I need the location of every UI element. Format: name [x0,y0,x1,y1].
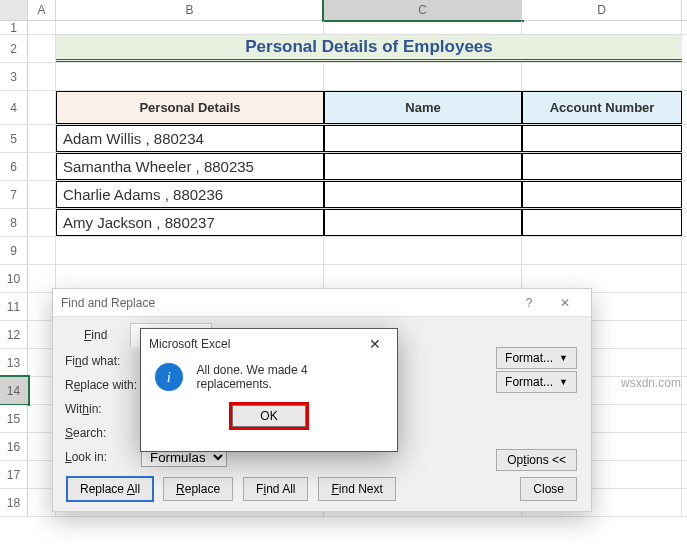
row-header[interactable]: 17 [0,461,28,488]
cell[interactable] [56,63,324,90]
dialog-titlebar[interactable]: Find and Replace ? ✕ [53,289,591,317]
cell[interactable] [28,153,56,180]
page-title[interactable]: Personal Details of Employees [56,35,682,62]
ok-button[interactable]: OK [232,405,306,427]
row-header[interactable]: 12 [0,321,28,348]
help-icon[interactable]: ? [511,296,547,310]
table-row[interactable]: Amy Jackson , 880237 [56,209,324,236]
format-button[interactable]: Format...▼ [496,371,577,393]
row-header[interactable]: 5 [0,125,28,152]
within-label: Within: [65,402,141,416]
alert-title: Microsoft Excel [149,337,230,351]
info-icon: i [155,363,183,391]
row-header[interactable]: 4 [0,91,28,124]
row-header[interactable]: 11 [0,293,28,320]
table-row[interactable]: Samantha Wheeler , 880235 [56,153,324,180]
cell[interactable] [324,63,522,90]
cell[interactable] [324,209,522,236]
row-header[interactable]: 8 [0,209,28,236]
cell[interactable] [56,21,324,34]
cell[interactable] [28,181,56,208]
close-icon[interactable]: ✕ [547,296,583,310]
row-header[interactable]: 2 [0,35,28,62]
cell[interactable] [324,237,522,264]
lookin-label: Look in: [65,450,141,464]
options-button[interactable]: Options << [496,449,577,471]
table-row[interactable]: Charlie Adams , 880236 [56,181,324,208]
dialog-title: Find and Replace [61,296,155,310]
cell[interactable] [522,237,682,264]
replace-all-button[interactable]: Replace All [67,477,153,501]
alert-message: All done. We made 4 replacements. [197,363,384,391]
replace-button[interactable]: Replace [163,477,233,501]
table-row[interactable]: Adam Willis , 880234 [56,125,324,152]
row-header[interactable]: 1 [0,21,28,34]
format-button[interactable]: Format...▼ [496,347,577,369]
find-what-label: Find what: [65,354,141,368]
alert-dialog: Microsoft Excel ✕ i All done. We made 4 … [140,328,398,452]
cell[interactable] [522,63,682,90]
select-all-corner[interactable] [0,0,28,20]
cell[interactable] [28,63,56,90]
table-header-name[interactable]: Name [324,91,522,124]
cell[interactable] [56,237,324,264]
cell[interactable] [28,125,56,152]
row-header[interactable]: 6 [0,153,28,180]
cell[interactable] [324,125,522,152]
chevron-down-icon: ▼ [559,353,568,363]
col-header-d[interactable]: D [522,0,682,20]
chevron-down-icon: ▼ [559,377,568,387]
cell[interactable] [28,35,56,62]
cell[interactable] [324,21,522,34]
col-header-a[interactable]: A [28,0,56,20]
cell[interactable] [522,125,682,152]
cell[interactable] [324,181,522,208]
row-header[interactable]: 3 [0,63,28,90]
alert-titlebar[interactable]: Microsoft Excel ✕ [141,329,397,359]
tab-find[interactable]: FFindind [65,323,126,347]
row-header[interactable]: 7 [0,181,28,208]
col-header-b[interactable]: B [56,0,324,20]
cell[interactable] [522,181,682,208]
row-header[interactable]: 18 [0,489,28,516]
table-header-personal[interactable]: Personal Details [56,91,324,124]
cell[interactable] [522,21,682,34]
row-header[interactable]: 14 [0,377,28,404]
column-headers: A B C D [0,0,687,21]
watermark: wsxdn.com [621,376,681,390]
find-next-button[interactable]: Find Next [318,477,395,501]
cell[interactable] [28,21,56,34]
close-icon[interactable]: ✕ [361,332,389,356]
cell[interactable] [28,237,56,264]
find-all-button[interactable]: Find All [243,477,308,501]
cell[interactable] [28,91,56,124]
table-header-account[interactable]: Account Number [522,91,682,124]
cell[interactable] [324,153,522,180]
row-header[interactable]: 16 [0,433,28,460]
row-header[interactable]: 9 [0,237,28,264]
row-header[interactable]: 13 [0,349,28,376]
cell[interactable] [522,209,682,236]
cell[interactable] [28,209,56,236]
search-label: Search: [65,426,141,440]
row-header[interactable]: 10 [0,265,28,292]
replace-with-label: Replace with: [65,378,141,392]
row-header[interactable]: 15 [0,405,28,432]
cell[interactable] [522,153,682,180]
col-header-c[interactable]: C [324,0,522,20]
close-button[interactable]: Close [520,477,577,501]
